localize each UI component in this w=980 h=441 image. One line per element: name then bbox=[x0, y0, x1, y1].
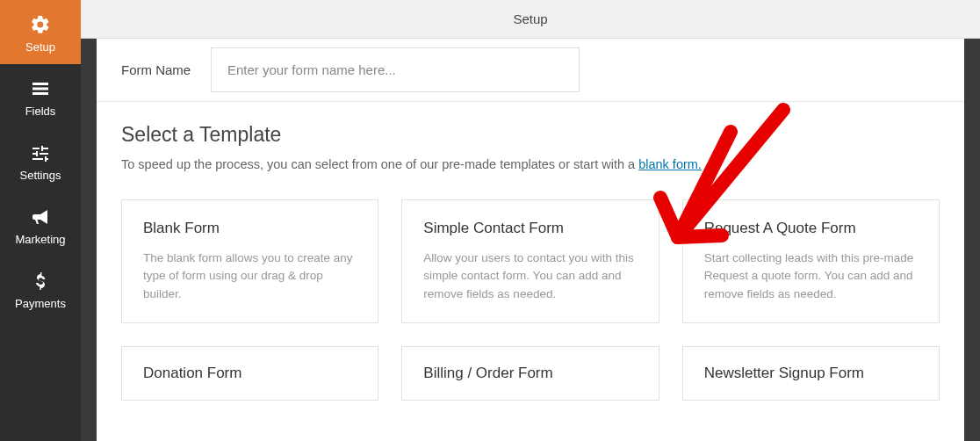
sidebar-item-settings[interactable]: Settings bbox=[0, 128, 81, 192]
sidebar-item-label: Fields bbox=[25, 105, 56, 118]
dollar-icon bbox=[30, 269, 51, 293]
sidebar: Setup Fields Settings Marketing Payments bbox=[0, 0, 81, 441]
template-card-title: Request A Quote Form bbox=[704, 220, 918, 237]
template-card-desc: Allow your users to contact you with thi… bbox=[423, 249, 637, 303]
template-card-title: Donation Form bbox=[143, 365, 357, 382]
sidebar-item-payments[interactable]: Payments bbox=[0, 257, 81, 321]
template-card-title: Simple Contact Form bbox=[423, 220, 637, 237]
form-name-label: Form Name bbox=[97, 62, 211, 77]
list-icon bbox=[30, 76, 51, 101]
template-card-blank[interactable]: Blank Form The blank form allows you to … bbox=[121, 199, 378, 323]
main: Setup Form Name Select a Template To spe… bbox=[81, 0, 980, 441]
sidebar-item-label: Marketing bbox=[15, 233, 65, 246]
content: Form Name Select a Template To speed up … bbox=[97, 39, 964, 441]
section-desc: To speed up the process, you can select … bbox=[121, 157, 940, 171]
template-grid: Blank Form The blank form allows you to … bbox=[97, 180, 964, 401]
template-section: Select a Template To speed up the proces… bbox=[97, 102, 964, 180]
template-card-newsletter[interactable]: Newsletter Signup Form bbox=[682, 346, 940, 401]
sliders-icon bbox=[30, 141, 51, 165]
template-card-title: Blank Form bbox=[143, 220, 357, 237]
template-card-billing[interactable]: Billing / Order Form bbox=[401, 346, 659, 401]
template-card-title: Billing / Order Form bbox=[423, 365, 637, 382]
blank-form-link[interactable]: blank form. bbox=[638, 157, 702, 171]
sidebar-item-fields[interactable]: Fields bbox=[0, 64, 81, 128]
sidebar-item-label: Setup bbox=[25, 40, 55, 54]
template-card-desc: Start collecting leads with this pre-mad… bbox=[704, 249, 918, 303]
sidebar-item-label: Payments bbox=[15, 297, 66, 310]
form-name-input[interactable] bbox=[211, 47, 580, 92]
sidebar-item-marketing[interactable]: Marketing bbox=[0, 192, 81, 257]
form-name-row: Form Name bbox=[97, 39, 964, 102]
sidebar-item-setup[interactable]: Setup bbox=[0, 0, 81, 64]
section-desc-text: To speed up the process, you can select … bbox=[121, 157, 638, 171]
bullhorn-icon bbox=[30, 205, 51, 229]
template-card-request-quote[interactable]: Request A Quote Form Start collecting le… bbox=[682, 199, 940, 323]
template-card-simple-contact[interactable]: Simple Contact Form Allow your users to … bbox=[401, 199, 659, 323]
section-title: Select a Template bbox=[121, 123, 940, 147]
page-title: Setup bbox=[513, 11, 547, 26]
template-card-donation[interactable]: Donation Form bbox=[121, 346, 378, 401]
topbar: Setup bbox=[81, 0, 980, 39]
sidebar-item-label: Settings bbox=[20, 169, 61, 182]
gear-icon bbox=[30, 12, 51, 37]
template-card-desc: The blank form allows you to create any … bbox=[143, 249, 357, 303]
template-card-title: Newsletter Signup Form bbox=[704, 365, 918, 382]
